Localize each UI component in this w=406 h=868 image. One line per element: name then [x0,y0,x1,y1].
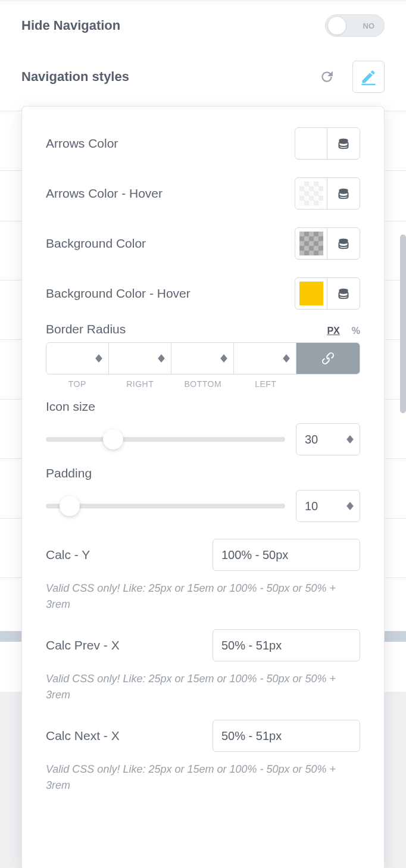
calc-next-input-wrap [213,720,360,752]
border-radius-header: Border Radius PX % [46,322,360,336]
calc-next-hint: Valid CSS only! Like: 25px or 15em or 10… [46,761,360,794]
background-hover-color-swatch[interactable] [295,278,327,309]
hide-navigation-toggle[interactable]: NO [325,14,385,37]
scrollbar-thumb[interactable] [400,235,406,413]
arrows-color-swatch[interactable] [295,128,327,159]
navigation-styles-row: Navigation styles [0,51,406,102]
calc-y-input[interactable] [221,548,351,562]
arrows-hover-color-swatch[interactable] [295,178,327,209]
border-radius-link-button[interactable] [296,343,360,374]
arrows-hover-color-control [295,177,360,210]
padding-slider-thumb[interactable] [60,496,80,516]
arrows-hover-color-label: Arrows Color - Hover [46,186,163,201]
border-radius-unit-picker: PX % [327,326,360,336]
background-color-global-button[interactable] [327,228,360,259]
border-radius-top-cell [46,343,109,374]
unit-percent-option[interactable]: % [352,326,360,336]
padding-stepper[interactable] [346,502,354,510]
border-radius-right-input[interactable] [109,343,171,374]
calc-next-input[interactable] [221,729,351,743]
side-bottom-label: BOTTOM [171,379,235,389]
border-radius-label: Border Radius [46,322,126,336]
arrows-color-global-button[interactable] [327,128,360,159]
padding-value: 10 [305,499,318,513]
border-radius-left-cell [234,343,296,374]
database-icon [338,237,349,250]
border-radius-side-labels: TOP RIGHT BOTTOM LEFT [46,379,360,389]
calc-prev-label: Calc Prev - X [46,638,203,652]
background-hover-color-global-button[interactable] [327,278,360,309]
calc-prev-input[interactable] [221,639,351,652]
navigation-styles-actions [311,61,385,93]
border-radius-inputs [46,342,360,374]
calc-next-row: Calc Next - X [46,720,360,752]
icon-size-section: Icon size 30 [46,399,360,455]
arrows-hover-color-row: Arrows Color - Hover [46,168,360,218]
unit-px-option[interactable]: PX [327,326,339,336]
calc-prev-hint: Valid CSS only! Like: 25px or 15em or 10… [46,671,360,703]
calc-y-label: Calc - Y [46,548,203,562]
border-radius-top-input[interactable] [46,343,108,374]
pencil-icon [360,68,377,85]
background-hover-color-row: Background Color - Hover [46,268,360,319]
refresh-button[interactable] [311,61,343,93]
icon-size-value-box: 30 [296,423,360,455]
background-hover-color-label: Background Color - Hover [46,286,190,301]
background-color-swatch[interactable] [295,228,327,259]
database-icon [338,287,349,300]
svg-rect-0 [361,84,375,85]
database-icon [338,137,349,150]
border-radius-bottom-input[interactable] [171,343,233,374]
side-top-label: TOP [46,379,109,389]
hide-navigation-row: Hide Navigation NO [0,0,406,51]
icon-size-stepper[interactable] [346,435,354,444]
border-radius-right-cell [109,343,171,374]
arrows-color-row: Arrows Color [46,118,360,168]
calc-y-row: Calc - Y [46,539,360,571]
side-right-label: RIGHT [109,379,172,389]
background-color-label: Background Color [46,236,146,251]
padding-slider[interactable] [46,490,285,522]
padding-label: Padding [46,466,92,480]
background-color-control [295,227,360,260]
database-icon [338,187,349,200]
calc-y-hint: Valid CSS only! Like: 25px or 15em or 10… [46,580,360,613]
calc-y-input-wrap [213,539,360,571]
calc-prev-row: Calc Prev - X [46,629,360,661]
arrows-hover-color-global-button[interactable] [327,178,360,209]
background-color-row: Background Color [46,218,360,268]
hide-navigation-label: Hide Navigation [21,18,120,33]
link-icon [321,351,335,366]
edit-button[interactable] [352,61,385,93]
arrows-color-control [295,127,360,160]
background-hover-color-control [295,277,360,310]
border-radius-bottom-cell [171,343,234,374]
padding-section: Padding 10 [46,466,360,522]
arrows-color-label: Arrows Color [46,136,118,151]
refresh-icon [319,69,335,85]
navigation-styles-label: Navigation styles [21,69,129,85]
side-left-label: LEFT [235,379,298,389]
toggle-no-text: NO [363,21,385,30]
border-radius-left-input[interactable] [234,343,296,374]
icon-size-value: 30 [305,433,318,447]
icon-size-slider[interactable] [46,423,285,455]
navigation-styles-popover: Arrows Color Arrows Color - Hover [21,106,385,868]
calc-next-label: Calc Next - X [46,729,203,743]
toggle-knob [327,16,346,35]
padding-value-box: 10 [296,490,360,522]
icon-size-slider-thumb[interactable] [103,429,123,449]
icon-size-label: Icon size [46,399,95,413]
calc-prev-input-wrap [213,629,360,661]
